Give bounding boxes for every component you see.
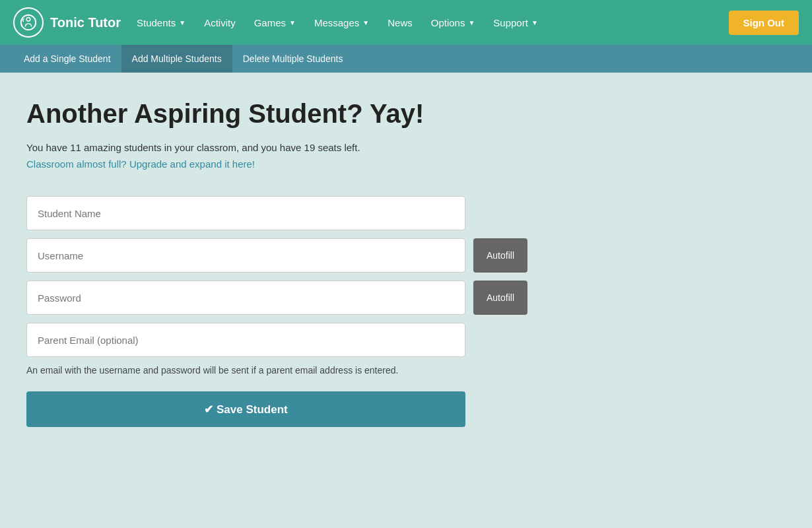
password-input[interactable] — [26, 280, 465, 315]
chevron-down-icon: ▼ — [362, 19, 369, 26]
sub-nav-delete-multiple[interactable]: Delete Multiple Students — [232, 45, 354, 73]
chevron-down-icon: ▼ — [468, 19, 475, 26]
password-row: Autofill — [26, 280, 786, 315]
sub-nav: Add a Single Student Add Multiple Studen… — [0, 45, 812, 73]
main-content: Another Aspiring Student? Yay! You have … — [0, 73, 812, 528]
brand-name: Tonic Tutor — [50, 15, 121, 30]
username-input[interactable] — [26, 238, 465, 273]
nav-item-messages[interactable]: Messages ▼ — [305, 0, 378, 45]
nav-item-students[interactable]: Students ▼ — [127, 0, 195, 45]
parent-email-input[interactable] — [26, 323, 465, 357]
parent-email-row — [26, 323, 786, 357]
username-row: Autofill — [26, 238, 786, 273]
password-autofill-button[interactable]: Autofill — [473, 280, 527, 315]
page-title: Another Aspiring Student? Yay! — [26, 99, 786, 129]
info-text: You have 11 amazing students in your cla… — [26, 142, 786, 153]
student-name-row — [26, 196, 786, 230]
top-nav: Tonic Tutor Students ▼ Activity Games ▼ … — [0, 0, 812, 45]
nav-item-news[interactable]: News — [378, 0, 422, 45]
student-form: Autofill Autofill An email with the user… — [26, 196, 786, 427]
logo-svg — [19, 13, 38, 32]
student-name-input[interactable] — [26, 196, 465, 230]
logo-area[interactable]: Tonic Tutor — [13, 7, 121, 38]
sub-nav-add-multiple[interactable]: Add Multiple Students — [121, 45, 232, 73]
sign-out-button[interactable]: Sign Out — [729, 11, 799, 35]
nav-item-games[interactable]: Games ▼ — [245, 0, 305, 45]
chevron-down-icon: ▼ — [289, 19, 296, 26]
email-note: An email with the username and password … — [26, 365, 465, 376]
save-student-button[interactable]: ✔ Save Student — [26, 391, 465, 427]
sub-nav-add-single[interactable]: Add a Single Student — [13, 45, 121, 73]
nav-item-activity[interactable]: Activity — [195, 0, 245, 45]
nav-item-support[interactable]: Support ▼ — [484, 0, 547, 45]
svg-point-1 — [26, 18, 30, 22]
chevron-down-icon: ▼ — [531, 19, 538, 26]
username-autofill-button[interactable]: Autofill — [473, 238, 527, 273]
nav-item-options[interactable]: Options ▼ — [422, 0, 485, 45]
logo-icon — [13, 7, 44, 38]
nav-items: Students ▼ Activity Games ▼ Messages ▼ N… — [127, 0, 728, 45]
chevron-down-icon: ▼ — [179, 19, 186, 26]
upgrade-link[interactable]: Classroom almost full? Upgrade and expan… — [26, 158, 255, 170]
